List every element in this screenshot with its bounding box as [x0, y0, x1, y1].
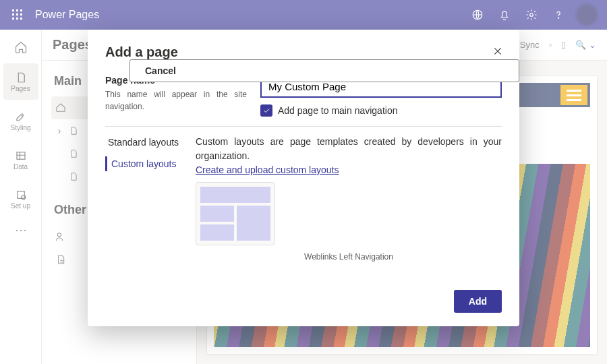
custom-layout-desc: Custom layouts are page templates create… [196, 135, 502, 163]
page-name-hint: This name will appear in the site naviga… [105, 88, 247, 113]
custom-layout-link[interactable]: Create and upload custom layouts [196, 164, 339, 175]
add-button[interactable]: Add [454, 290, 502, 313]
template-weblinks-left[interactable] [196, 182, 275, 245]
modal-title: Add a page [105, 44, 502, 60]
close-icon[interactable] [488, 42, 507, 61]
template-caption: Weblinks Left Navigation [196, 252, 502, 263]
add-nav-label: Add page to main navigation [278, 105, 397, 116]
tab-standard-layouts[interactable]: Standard layouts [105, 135, 186, 150]
add-nav-checkbox[interactable] [260, 104, 272, 117]
add-page-modal: Add a page Page name* This name will app… [88, 30, 519, 326]
cancel-button[interactable]: Cancel [129, 59, 519, 82]
modal-overlay: Add a page Page name* This name will app… [0, 0, 607, 364]
divider [105, 126, 502, 127]
tab-custom-layouts[interactable]: Custom layouts [105, 156, 186, 171]
